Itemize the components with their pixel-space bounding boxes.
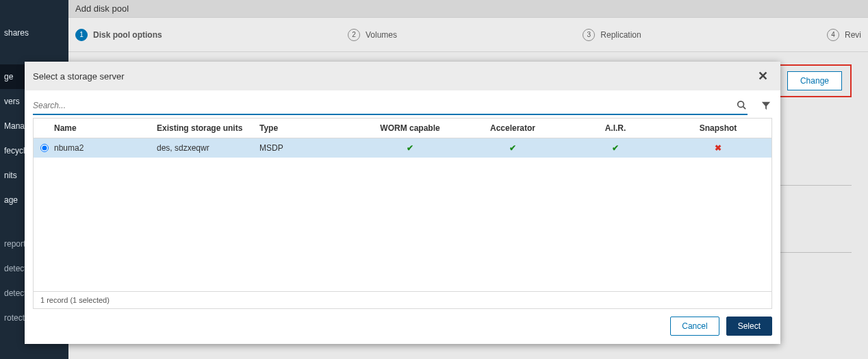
step-label: Revi [845, 30, 861, 40]
sidebar-item[interactable]: shares [0, 21, 68, 45]
step-number: 3 [583, 29, 595, 41]
search-field-wrap [33, 97, 748, 115]
cell-accel: ✔ [461, 143, 564, 153]
cell-snap: ✖ [667, 143, 769, 153]
svg-point-0 [738, 101, 744, 107]
step-replication[interactable]: 3 Replication [583, 29, 641, 41]
svg-marker-2 [762, 101, 770, 109]
cell-units: des, sdzxeqwr [157, 143, 259, 153]
col-header-air[interactable]: A.I.R. [564, 123, 667, 133]
col-header-type[interactable]: Type [259, 123, 359, 133]
step-number: 1 [75, 29, 88, 41]
table-footer: 1 record (1 selected) [34, 291, 771, 308]
step-label: Disk pool options [93, 30, 162, 40]
row-radio[interactable] [40, 144, 49, 152]
cell-air: ✔ [564, 143, 667, 153]
col-header-snap[interactable]: Snapshot [667, 123, 769, 133]
cell-worm: ✔ [359, 143, 461, 153]
storage-server-table: Name Existing storage units Type WORM ca… [33, 118, 772, 309]
change-button[interactable]: Change [787, 71, 842, 90]
step-disk-pool-options[interactable]: 1 Disk pool options [75, 29, 162, 41]
modal-title-text: Select a storage server [33, 71, 125, 82]
step-number: 4 [827, 29, 839, 41]
check-icon: ✔ [509, 143, 516, 153]
search-input[interactable] [33, 99, 735, 112]
modal-header: Select a storage server ✕ [25, 62, 780, 90]
table-row[interactable]: nbuma2des, sdzxeqwrMSDP✔✔✔✖ [34, 138, 771, 158]
step-volumes[interactable]: 2 Volumes [348, 29, 397, 41]
cell-name: nbuma2 [54, 143, 157, 153]
col-header-name[interactable]: Name [54, 123, 157, 133]
close-icon[interactable]: ✕ [754, 68, 772, 84]
cell-type: MSDP [259, 143, 359, 153]
page-title: Add disk pool [68, 0, 868, 18]
step-number: 2 [348, 29, 360, 41]
col-header-accel[interactable]: Accelerator [461, 123, 564, 133]
stepper: 1 Disk pool options 2 Volumes 3 Replicat… [68, 18, 868, 52]
modal-actions: Cancel Select [25, 309, 780, 344]
col-header-worm[interactable]: WORM capable [359, 123, 461, 133]
svg-line-1 [743, 106, 746, 109]
check-icon: ✔ [407, 143, 413, 153]
check-icon: ✔ [612, 143, 619, 153]
select-button[interactable]: Select [726, 317, 772, 336]
step-review[interactable]: 4 Revi [827, 29, 861, 41]
cancel-button[interactable]: Cancel [670, 317, 719, 336]
search-icon[interactable] [735, 100, 748, 112]
select-storage-server-modal: Select a storage server ✕ Name [25, 62, 780, 344]
table-header-row: Name Existing storage units Type WORM ca… [34, 119, 771, 138]
x-icon: ✖ [715, 143, 722, 153]
filter-icon[interactable] [760, 101, 772, 112]
change-button-highlight: Change [778, 64, 852, 97]
col-header-units[interactable]: Existing storage units [157, 123, 259, 133]
step-label: Volumes [366, 30, 397, 40]
step-label: Replication [600, 30, 641, 40]
